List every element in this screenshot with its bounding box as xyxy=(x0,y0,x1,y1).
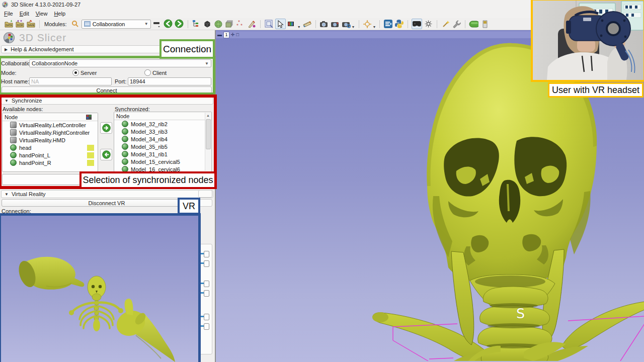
crosshair-icon[interactable] xyxy=(363,19,372,29)
toolbar-separator xyxy=(408,20,408,28)
slicer-logo-icon xyxy=(3,32,15,44)
vr-headset-icon[interactable] xyxy=(412,19,422,29)
available-node-row[interactable]: handPoint_L xyxy=(3,151,98,159)
menu-item[interactable]: File xyxy=(4,11,13,17)
scroll-up-icon[interactable]: ▲ xyxy=(205,113,211,118)
synchronized-node-row[interactable]: Model_34_rib4 xyxy=(114,135,206,143)
module-history-icon[interactable] xyxy=(152,19,162,29)
synchronized-node-row[interactable]: Model_15_cervical5 xyxy=(114,158,206,165)
host-name-input[interactable] xyxy=(29,77,112,85)
transforms-icon[interactable] xyxy=(247,19,257,29)
load-data-icon[interactable]: DATA xyxy=(4,19,14,29)
markups-icon[interactable]: *** xyxy=(236,19,246,29)
node-type-icon xyxy=(10,152,17,158)
server-radio[interactable] xyxy=(72,69,79,76)
available-list-header: Node xyxy=(3,113,98,121)
window-level-icon[interactable] xyxy=(287,19,297,29)
wrench-icon[interactable] xyxy=(452,19,461,29)
python-console-icon[interactable] xyxy=(394,19,404,29)
color-column-icon xyxy=(86,115,92,120)
toolbar-separator xyxy=(437,20,437,28)
node-color-swatch[interactable] xyxy=(87,145,94,151)
menu-item[interactable]: Help xyxy=(54,11,65,17)
help-acknowledgement-section[interactable]: ▶ Help & Acknowledgement xyxy=(1,45,213,53)
volume-cube-icon[interactable] xyxy=(203,19,212,29)
node-color-swatch[interactable] xyxy=(87,152,94,158)
port-input[interactable] xyxy=(128,77,211,85)
layers-icon[interactable] xyxy=(225,19,234,29)
client-radio-label[interactable]: Client xyxy=(152,70,167,76)
svg-text:DCM: DCM xyxy=(17,24,23,27)
available-nodes-list[interactable]: Node VirtualReality.LeftController Virtu… xyxy=(2,113,98,172)
available-node-row[interactable]: VirtualReality.LeftController xyxy=(3,121,98,129)
available-nodes-rows: VirtualReality.LeftController VirtualRea… xyxy=(3,121,98,166)
server-radio-label[interactable]: Server xyxy=(80,70,97,76)
synchronized-node-row[interactable]: Model_32_rib2 xyxy=(114,120,206,128)
chevron-down-icon[interactable]: ▼ xyxy=(373,25,376,30)
node-type-icon xyxy=(10,129,17,136)
virtual-reality-section[interactable]: ▼ Virtual Reality xyxy=(1,190,213,198)
capture-video-icon[interactable] xyxy=(331,19,340,29)
vr-slider[interactable] xyxy=(199,280,212,287)
disconnect-vr-button[interactable]: Disconnect VR xyxy=(2,199,212,207)
menu-item[interactable]: Edit xyxy=(20,11,29,17)
node-color-swatch[interactable] xyxy=(87,160,94,166)
available-node-row[interactable]: head xyxy=(3,144,98,151)
synchronized-node-row[interactable]: Model_33_rib3 xyxy=(114,128,206,135)
window-title: 3D Slicer 4.13.0-2021-09-27 xyxy=(11,2,80,8)
pin-icon[interactable]: ▬ xyxy=(217,32,222,38)
model-node-icon xyxy=(122,166,128,172)
view-crosshair-icon[interactable]: ✛ xyxy=(231,32,235,38)
remove-from-synchronized-button[interactable] xyxy=(100,149,112,160)
vr-settings-icon[interactable] xyxy=(424,19,433,29)
extensions-icon[interactable] xyxy=(383,19,393,29)
connect-button[interactable]: Connect xyxy=(2,86,212,94)
module-hierarchy-icon[interactable] xyxy=(192,19,201,29)
client-radio[interactable] xyxy=(144,69,151,76)
node-type-icon xyxy=(10,144,17,151)
vr-slider[interactable] xyxy=(199,260,212,266)
scrollbar-thumb[interactable] xyxy=(206,119,211,149)
chevron-down-icon: ▼ xyxy=(5,99,9,103)
vr-slider[interactable] xyxy=(199,250,212,257)
vr-preview-view[interactable] xyxy=(1,216,198,362)
collaboration-node-value: CollaborationNode xyxy=(32,60,205,66)
maximize-view-icon[interactable]: □ xyxy=(236,32,239,38)
ruler-icon[interactable] xyxy=(302,19,312,29)
magic-wand-icon[interactable] xyxy=(441,19,450,29)
chevron-down-icon[interactable]: ▼ xyxy=(297,25,301,30)
synchronize-section[interactable]: ▼ Synchronize xyxy=(1,97,213,105)
module-search-icon[interactable] xyxy=(70,19,80,29)
add-to-synchronized-button[interactable] xyxy=(100,122,112,134)
synchronized-nodes-list[interactable]: Node Model_32_rib2 Model_33_rib3 xyxy=(114,112,212,172)
forward-icon[interactable] xyxy=(175,19,184,29)
mouse-pointer-icon[interactable] xyxy=(275,19,286,29)
load-dicom-icon[interactable]: DCM xyxy=(15,19,25,29)
vr-slider[interactable] xyxy=(199,313,212,320)
screenshot-icon[interactable] xyxy=(264,19,274,29)
available-node-row[interactable]: VirtualReality.RightController xyxy=(3,129,98,136)
save-icon[interactable]: SAVE xyxy=(26,19,36,29)
paint-icon[interactable] xyxy=(480,19,490,29)
vr-slider[interactable] xyxy=(199,323,212,329)
synchronized-node-row[interactable]: Model_16_cervical6 xyxy=(114,165,206,172)
capture-camera-icon[interactable] xyxy=(319,19,329,29)
module-selector[interactable]: Collaboration ▼ xyxy=(82,20,151,29)
chevron-down-icon[interactable]: ▼ xyxy=(352,25,355,30)
hidden-widget-stub xyxy=(198,190,212,198)
list-scrollbar[interactable]: ▲ xyxy=(205,113,211,171)
synchronized-node-row[interactable]: Model_31_rib1 xyxy=(114,150,206,158)
available-node-row[interactable]: handPoint_R xyxy=(3,159,98,166)
collaboration-node-selector[interactable]: CollaborationNode ▼ xyxy=(29,59,211,67)
toolbar-separator xyxy=(465,20,465,28)
toolbar-separator xyxy=(260,20,261,28)
synchronized-node-row[interactable]: Model_35_rib5 xyxy=(114,143,206,150)
capsule-icon[interactable] xyxy=(469,19,478,29)
available-node-row[interactable]: VirtualReality.HMD xyxy=(3,136,98,144)
threed-view[interactable]: ▬ 1 ✛ □ S xyxy=(215,30,644,362)
back-icon[interactable] xyxy=(164,19,173,29)
vr-slider[interactable] xyxy=(199,290,212,296)
menu-item[interactable]: View xyxy=(36,11,48,17)
capture-sequence-icon[interactable] xyxy=(342,19,351,29)
models-sphere-icon[interactable] xyxy=(214,19,223,29)
